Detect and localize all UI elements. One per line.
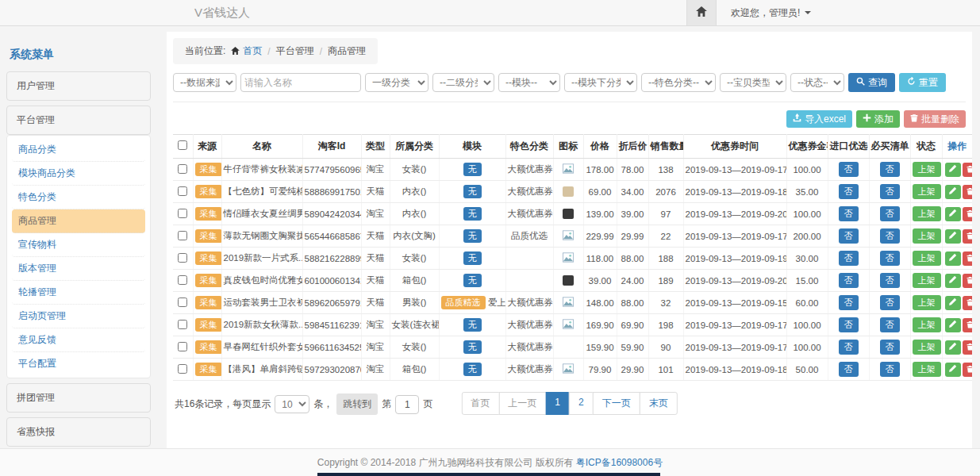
must-buy-toggle-button[interactable]: 否: [880, 317, 900, 332]
edit-button[interactable]: [945, 207, 961, 221]
filter-select-1[interactable]: --二级分类--: [432, 73, 494, 92]
must-buy-toggle-button[interactable]: 否: [880, 340, 900, 355]
import-toggle-button[interactable]: 否: [839, 184, 859, 199]
delete-button[interactable]: [963, 163, 973, 177]
filter-select-2[interactable]: --模块--: [498, 73, 560, 92]
status-button[interactable]: 上架: [913, 340, 941, 355]
sidebar-item-carousel-management[interactable]: 轮播管理: [12, 281, 145, 305]
must-buy-toggle-button[interactable]: 否: [880, 362, 900, 377]
must-buy-toggle-button[interactable]: 否: [880, 162, 900, 177]
per-page-select[interactable]: 10: [275, 395, 309, 413]
sidebar-item-feedback[interactable]: 意见反馈: [12, 328, 145, 352]
row-checkbox[interactable]: [178, 231, 187, 240]
row-checkbox[interactable]: [178, 320, 187, 329]
sidebar-group-user-management[interactable]: 用户管理: [6, 71, 151, 101]
import-toggle-button[interactable]: 否: [839, 273, 859, 288]
delete-button[interactable]: [963, 251, 973, 266]
must-buy-toggle-button[interactable]: 否: [880, 273, 900, 288]
import-toggle-button[interactable]: 否: [839, 206, 859, 221]
edit-button[interactable]: [945, 340, 961, 355]
search-button[interactable]: 查询: [848, 73, 895, 92]
delete-button[interactable]: [963, 363, 973, 377]
last-page-button[interactable]: 末页: [640, 392, 678, 415]
filter-select-3[interactable]: --模块下分类--: [564, 73, 637, 92]
sidebar-item-module-goods-category[interactable]: 模块商品分类: [12, 162, 145, 186]
next-page-button[interactable]: 下一页: [593, 392, 640, 415]
sidebar-item-feature-category[interactable]: 特色分类: [12, 186, 145, 209]
sidebar-item-goods-management[interactable]: 商品管理: [12, 209, 145, 233]
row-checkbox[interactable]: [178, 186, 187, 196]
edit-button[interactable]: [945, 274, 961, 288]
status-button[interactable]: 上架: [913, 184, 941, 199]
status-button[interactable]: 上架: [913, 228, 941, 244]
delete-button[interactable]: [963, 207, 973, 221]
filter-select-6[interactable]: --状态--: [790, 73, 844, 92]
edit-button[interactable]: [945, 251, 961, 266]
status-button[interactable]: 上架: [913, 317, 941, 332]
import-excel-button[interactable]: 导入excel: [786, 110, 852, 128]
import-toggle-button[interactable]: 否: [839, 228, 859, 244]
status-button[interactable]: 上架: [913, 162, 941, 177]
delete-button[interactable]: [963, 318, 973, 332]
icp-link[interactable]: 粤ICP备16098006号: [576, 456, 663, 470]
import-toggle-button[interactable]: 否: [839, 295, 859, 310]
sidebar-item-goods-category[interactable]: 商品分类: [12, 138, 145, 162]
edit-button[interactable]: [945, 185, 961, 199]
import-toggle-button[interactable]: 否: [839, 317, 859, 332]
sidebar-group-group-buy-management[interactable]: 拼团管理: [6, 383, 151, 413]
status-button[interactable]: 上架: [913, 362, 941, 377]
reset-button[interactable]: 重置: [899, 73, 946, 92]
batch-delete-button[interactable]: 批量删除: [904, 110, 966, 128]
row-checkbox[interactable]: [178, 298, 187, 307]
row-checkbox[interactable]: [178, 342, 187, 351]
status-button[interactable]: 上架: [913, 273, 941, 288]
import-toggle-button[interactable]: 否: [839, 362, 859, 377]
edit-button[interactable]: [945, 229, 961, 244]
sidebar-item-promo-materials[interactable]: 宣传物料: [12, 233, 145, 257]
status-button[interactable]: 上架: [913, 206, 941, 221]
import-toggle-button[interactable]: 否: [839, 340, 859, 355]
row-checkbox[interactable]: [178, 209, 187, 218]
page-1-button[interactable]: 1: [545, 392, 570, 415]
name-search-input[interactable]: [240, 73, 361, 92]
must-buy-toggle-button[interactable]: 否: [880, 206, 900, 221]
edit-button[interactable]: [945, 363, 961, 377]
data-source-select[interactable]: --数据来源--: [173, 73, 236, 92]
delete-button[interactable]: [963, 340, 973, 355]
breadcrumb-home-link[interactable]: 首页: [231, 44, 262, 58]
page-2-button[interactable]: 2: [569, 392, 594, 415]
edit-button[interactable]: [945, 318, 961, 332]
sidebar-group-saving-express[interactable]: 省惠快报: [6, 417, 151, 447]
delete-button[interactable]: [963, 274, 973, 288]
must-buy-toggle-button[interactable]: 否: [880, 295, 900, 310]
first-page-button[interactable]: 首页: [461, 392, 499, 415]
import-toggle-button[interactable]: 否: [839, 162, 859, 177]
delete-button[interactable]: [963, 185, 973, 199]
filter-select-4[interactable]: --特色分类--: [641, 73, 716, 92]
select-all-checkbox[interactable]: [178, 140, 187, 150]
row-checkbox[interactable]: [178, 364, 187, 374]
filter-select-5[interactable]: --宝贝类型--: [720, 73, 786, 92]
row-checkbox[interactable]: [178, 164, 187, 174]
status-button[interactable]: 上架: [913, 251, 941, 266]
status-button[interactable]: 上架: [913, 295, 941, 310]
prev-page-button[interactable]: 上一页: [498, 392, 546, 415]
delete-button[interactable]: [963, 229, 973, 244]
sidebar-group-platform-management[interactable]: 平台管理: [6, 106, 151, 135]
filter-select-0[interactable]: 一级分类: [365, 73, 429, 92]
home-button[interactable]: [686, 0, 717, 25]
row-checkbox[interactable]: [178, 275, 187, 285]
jump-button[interactable]: 跳转到: [336, 393, 378, 415]
row-checkbox[interactable]: [178, 253, 187, 263]
sidebar-item-splash-page-management[interactable]: 启动页管理: [12, 305, 145, 328]
edit-button[interactable]: [945, 163, 961, 177]
must-buy-toggle-button[interactable]: 否: [880, 228, 900, 244]
sidebar-item-version-management[interactable]: 版本管理: [12, 257, 145, 281]
add-button[interactable]: 添加: [856, 110, 900, 128]
must-buy-toggle-button[interactable]: 否: [880, 251, 900, 266]
sidebar-item-platform-config[interactable]: 平台配置: [12, 352, 145, 375]
import-toggle-button[interactable]: 否: [839, 251, 859, 266]
delete-button[interactable]: [963, 296, 973, 310]
page-number-input[interactable]: [395, 395, 419, 414]
user-menu[interactable]: 欢迎您，管理员!: [717, 0, 980, 25]
